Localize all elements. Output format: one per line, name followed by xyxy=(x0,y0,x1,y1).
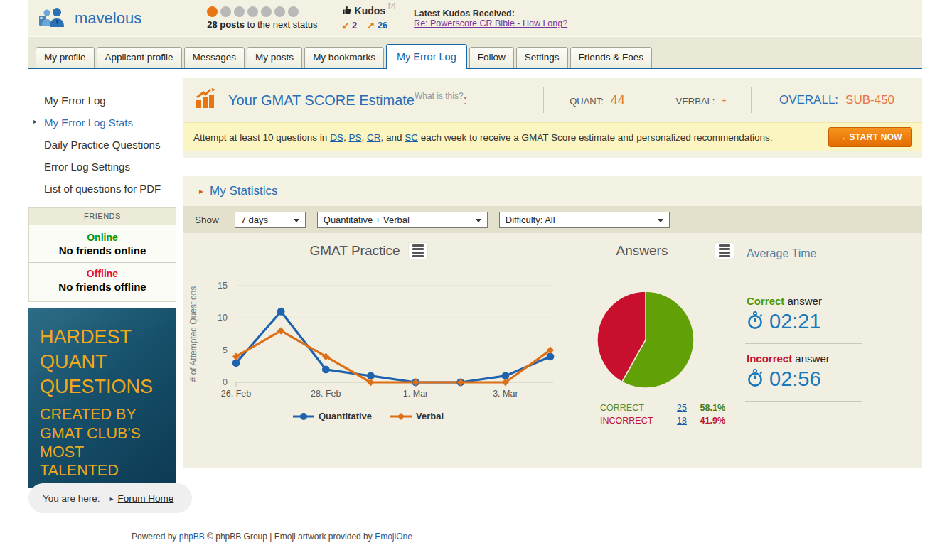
tab-my-bookmarks[interactable]: My bookmarks xyxy=(304,47,384,68)
alert-link-cr[interactable]: CR xyxy=(367,132,381,143)
svg-text:5: 5 xyxy=(223,345,228,355)
breadcrumb-arrow-icon: ▸ xyxy=(110,495,114,502)
legend-item-verbal[interactable]: Verbal xyxy=(390,411,444,421)
chart-menu-icon[interactable] xyxy=(715,243,734,259)
sidebar-item-my-error-log[interactable]: My Error Log xyxy=(28,90,176,112)
kudos-given-arrow-icon: ↙ xyxy=(342,20,350,31)
average-time-block: Average Time Correct answer 02:21 Incorr… xyxy=(745,240,862,402)
status-dot xyxy=(207,6,218,17)
footer-link-emojione[interactable]: EmojiOne xyxy=(375,532,412,542)
alert-link-ds[interactable]: DS xyxy=(330,132,343,143)
tab-settings[interactable]: Settings xyxy=(516,47,568,68)
answers-pie-chart xyxy=(594,289,697,391)
statistics-header[interactable]: ▸ My Statistics xyxy=(183,176,922,206)
kudos-given-count[interactable]: 2 xyxy=(352,20,357,31)
svg-text:3. Mar: 3. Mar xyxy=(493,389,518,399)
show-label: Show xyxy=(195,215,219,225)
pie-chart-title: Answers xyxy=(596,243,688,259)
status-progress: 28 posts to the next status xyxy=(207,6,317,30)
ad-headline: HARDEST QUANT QUESTIONS xyxy=(40,325,165,399)
status-dot xyxy=(274,6,285,17)
kudos-received-count[interactable]: 26 xyxy=(378,20,387,31)
breadcrumb: You are here: ▸ Forum Home xyxy=(28,483,192,513)
chevron-down-icon xyxy=(476,219,481,222)
gmat-practice-line-chart: 051015# of Attempted Questions26. Feb28.… xyxy=(186,269,556,407)
thumbs-up-icon xyxy=(342,4,352,19)
status-dot xyxy=(247,6,258,17)
status-dot xyxy=(234,6,245,17)
status-dot xyxy=(220,6,231,17)
kudos-help-icon[interactable]: [?] xyxy=(388,2,395,11)
quant-label: QUANT: xyxy=(570,96,604,107)
tab-applicant-profile[interactable]: Applicant profile xyxy=(97,47,182,68)
incorrect-avg-time: 02:56 xyxy=(769,367,821,391)
svg-text:26. Feb: 26. Feb xyxy=(221,389,251,399)
chart-menu-icon[interactable] xyxy=(409,243,427,259)
kudos-summary: Kudos [?] ↙ 2 ↗ 26 xyxy=(342,4,396,32)
pie-legend-percent: 41.9% xyxy=(687,416,725,426)
alert-link-sc[interactable]: SC xyxy=(405,132,418,143)
status-dot xyxy=(288,6,299,17)
tab-follow[interactable]: Follow xyxy=(469,47,514,68)
pie-legend-label: CORRECT xyxy=(600,403,663,413)
legend-item-quantitative[interactable]: Quantitative xyxy=(293,411,372,421)
score-chart-icon xyxy=(195,88,219,112)
line-chart-title: GMAT Practice xyxy=(309,243,400,259)
pie-legend-label: INCORRECT xyxy=(600,416,663,426)
pie-legend-count-link[interactable]: 18 xyxy=(663,416,687,426)
ad-banner[interactable]: HARDEST QUANT QUESTIONS CREATED BY GMAT … xyxy=(28,308,176,488)
incorrect-answer-label: Incorrect answer xyxy=(747,352,862,365)
overall-value: SUB-450 xyxy=(845,93,894,107)
charts-area: GMAT Practice 051015# of Attempted Quest… xyxy=(183,233,922,468)
alert-link-ps[interactable]: PS xyxy=(348,132,361,143)
status-text: 28 posts to the next status xyxy=(207,19,317,30)
tab-friends-foes[interactable]: Friends & Foes xyxy=(570,47,653,68)
verbal-value: - xyxy=(722,93,726,108)
svg-text:0: 0 xyxy=(223,377,228,387)
tab-bar: My profileApplicant profileMessagesMy po… xyxy=(28,37,922,69)
chevron-down-icon xyxy=(658,219,663,222)
filter-select-difficulty-all[interactable]: Difficulty: All xyxy=(499,212,670,228)
friends-offline-label: Offline xyxy=(29,268,176,279)
sidebar-item-error-log-settings[interactable]: Error Log Settings xyxy=(28,156,176,178)
pie-legend: CORRECT2558.1%INCORRECT1841.9% xyxy=(600,403,725,429)
what-is-this-link[interactable]: What is this? xyxy=(415,91,464,101)
statistics-title: My Statistics xyxy=(210,184,277,198)
divider xyxy=(600,397,708,397)
svg-text:15: 15 xyxy=(218,281,228,291)
divider xyxy=(745,343,862,344)
profile-header: mavelous 28 posts to the next status Kud… xyxy=(28,0,922,37)
svg-text:# of Attempted Questions: # of Attempted Questions xyxy=(188,286,198,382)
svg-text:1. Mar: 1. Mar xyxy=(403,389,428,399)
score-panel-title: Your GMAT SCORE Estimate xyxy=(228,92,415,109)
friends-divider xyxy=(29,262,176,263)
forum-home-link[interactable]: Forum Home xyxy=(118,493,174,504)
status-dots xyxy=(207,6,317,17)
my-statistics-panel: ▸ My Statistics Show 7 daysQuantitative … xyxy=(183,176,922,468)
tab-my-posts[interactable]: My posts xyxy=(247,47,302,68)
score-alert-banner: Attempt at least 10 questions in DS, PS,… xyxy=(183,122,922,151)
stopwatch-icon xyxy=(747,368,764,390)
tab-my-profile[interactable]: My profile xyxy=(36,47,95,68)
footer-link-phpbb[interactable]: phpBB xyxy=(179,532,205,542)
start-now-button[interactable]: → START NOW xyxy=(828,127,912,147)
sidebar-nav: My Error Log▸My Error Log StatsDaily Pra… xyxy=(28,78,176,200)
latest-kudos-link[interactable]: Re: Powerscore CR Bible - How Long? xyxy=(414,18,567,28)
tab-messages[interactable]: Messages xyxy=(184,47,245,68)
tab-my-error-log[interactable]: My Error Log xyxy=(386,44,467,69)
sidebar-item-daily-practice-questions[interactable]: Daily Practice Questions xyxy=(28,134,176,156)
sidebar-item-my-error-log-stats[interactable]: ▸My Error Log Stats xyxy=(28,112,176,134)
username[interactable]: mavelous xyxy=(75,9,141,28)
arrow-right-icon: → xyxy=(838,132,847,142)
filter-select-quantitative-verbal[interactable]: Quantitative + Verbal xyxy=(317,212,488,228)
sidebar-item-list-of-questions-for-pdf[interactable]: List of questions for PDF xyxy=(28,178,176,200)
overall-label: OVERALL: xyxy=(779,93,838,107)
average-time-title: Average Time xyxy=(747,247,862,260)
friends-offline-text: No friends offline xyxy=(29,281,176,293)
pie-legend-row-incorrect: INCORRECT1841.9% xyxy=(600,416,725,426)
stopwatch-icon xyxy=(747,311,764,333)
verbal-label: VERBAL: xyxy=(676,96,715,107)
line-chart-legend: QuantitativeVerbal xyxy=(183,411,553,421)
filter-select-7-days[interactable]: 7 days xyxy=(235,212,306,228)
pie-legend-count-link[interactable]: 25 xyxy=(663,403,687,413)
